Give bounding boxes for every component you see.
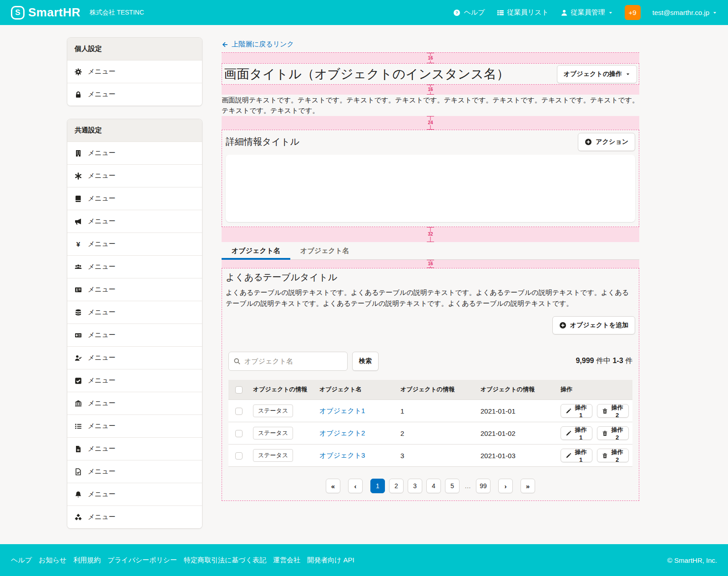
edit-button[interactable]: 操作1: [561, 404, 592, 418]
asterisk-icon: [75, 172, 82, 180]
account-email: test@smarthr.co.jp: [652, 9, 709, 16]
spacing-guide-1: 16: [222, 52, 639, 63]
page-button-4[interactable]: 4: [426, 479, 441, 493]
sidebar-item-file[interactable]: メニュー: [67, 437, 202, 460]
delete-button-label: 操作2: [611, 426, 624, 441]
caret-down-icon: [608, 10, 613, 15]
account-menu[interactable]: test@smarthr.co.jp: [652, 9, 717, 16]
sidebar-item-yen[interactable]: ¥メニュー: [67, 232, 202, 255]
date-cell: 2021-01-01: [477, 400, 557, 422]
search-button[interactable]: 検索: [352, 352, 379, 371]
measure-marker: 16: [427, 85, 434, 95]
select-all-checkbox[interactable]: [235, 386, 243, 394]
last-page-button[interactable]: »: [521, 479, 535, 493]
sidebar-item-list-ul[interactable]: メニュー: [67, 414, 202, 437]
search-input[interactable]: [228, 352, 348, 371]
sidebar-item-money-check[interactable]: メニュー: [67, 323, 202, 346]
sidebar-item-label: メニュー: [88, 308, 116, 317]
sidebar-item-building[interactable]: メニュー: [67, 141, 202, 164]
edit-button[interactable]: 操作1: [561, 449, 592, 462]
header-nav-label: 従業員管理: [571, 8, 605, 17]
column-header: オブジェクトの情報: [249, 380, 316, 400]
lock-icon: [75, 91, 82, 98]
tab-object-name-1[interactable]: オブジェクト名: [222, 242, 290, 259]
notification-badge[interactable]: +9: [625, 5, 641, 20]
add-object-button[interactable]: オブジェクトを追加: [552, 316, 635, 334]
row-checkbox[interactable]: [235, 430, 243, 437]
page-button-1[interactable]: 1: [370, 479, 385, 493]
detail-section: 詳細情報タイトル アクション: [222, 130, 639, 227]
status-badge: ステータス: [253, 449, 293, 462]
header-nav-label: 従業員リスト: [507, 8, 549, 17]
column-header: オブジェクトの情報: [477, 380, 557, 400]
measure-marker: 16: [427, 53, 434, 63]
object-link[interactable]: オブジェクト2: [319, 429, 365, 437]
sidebar-item-asterisk[interactable]: メニュー: [67, 164, 202, 187]
sidebar-item-database[interactable]: メニュー: [67, 301, 202, 323]
check-square-icon: [75, 377, 82, 384]
footer-link[interactable]: 利用規約: [73, 556, 101, 565]
sidebar-item-file-check[interactable]: メニュー: [67, 460, 202, 483]
footer-link[interactable]: ヘルプ: [11, 556, 32, 565]
sidebar-item-book[interactable]: メニュー: [67, 187, 202, 210]
sidebar-item-megaphone[interactable]: メニュー: [67, 210, 202, 232]
footer-link[interactable]: 特定商取引法に基づく表記: [184, 556, 266, 565]
smarthr-logo[interactable]: S SmartHR: [11, 5, 81, 20]
name-cell: オブジェクト3: [316, 445, 397, 467]
prev-page-button[interactable]: ‹: [348, 479, 363, 493]
header-nav-label: ヘルプ: [464, 8, 485, 17]
delete-button[interactable]: 操作2: [597, 426, 629, 440]
sidebar-item-lock[interactable]: メニュー: [67, 83, 202, 106]
page-button-2[interactable]: 2: [389, 479, 404, 493]
footer-link[interactable]: 開発者向け API: [307, 556, 354, 565]
first-page-button[interactable]: «: [326, 479, 340, 493]
user-icon: [561, 9, 568, 16]
object-link[interactable]: オブジェクト3: [319, 451, 365, 459]
next-page-button[interactable]: ›: [498, 479, 513, 493]
pencil-icon: [566, 453, 571, 459]
sidebar-item-bank[interactable]: メニュー: [67, 392, 202, 414]
row-checkbox[interactable]: [235, 452, 243, 460]
object-actions-button[interactable]: オブジェクトの操作: [557, 65, 637, 83]
sidebar-item-id-card[interactable]: メニュー: [67, 278, 202, 301]
action-button[interactable]: アクション: [578, 133, 635, 151]
page-description: 画面説明テキストです。テキストです。テキストです。テキストです。テキストです。テ…: [222, 95, 639, 116]
page-button-3[interactable]: 3: [408, 479, 422, 493]
page-button-5[interactable]: 5: [445, 479, 460, 493]
row-checkbox[interactable]: [235, 408, 243, 415]
header-nav-help[interactable]: ?ヘルプ: [453, 8, 485, 17]
pagination: «‹12345…99›»: [226, 479, 635, 493]
footer-link[interactable]: お知らせ: [39, 556, 66, 565]
header-nav-employee-list[interactable]: 従業員リスト: [497, 8, 549, 17]
object-table: オブジェクトの情報オブジェクト名オブジェクトの情報オブジェクトの情報操作 ステー…: [228, 380, 632, 467]
delete-button[interactable]: 操作2: [597, 449, 629, 462]
search-icon: [233, 358, 241, 365]
sidebar-item-gear[interactable]: メニュー: [67, 60, 202, 83]
object-link[interactable]: オブジェクト1: [319, 407, 365, 414]
row-actions: 操作1操作2: [561, 449, 629, 462]
sidebar-item-bell[interactable]: メニュー: [67, 483, 202, 505]
count-total: 9,999: [576, 357, 594, 364]
search-wrap: [228, 352, 348, 371]
delete-button[interactable]: 操作2: [597, 404, 629, 418]
measure-marker: 24: [427, 116, 434, 130]
list-ul-icon: [75, 423, 82, 430]
back-link[interactable]: 上階層に戻るリンク: [222, 40, 294, 49]
header-nav-employee-admin[interactable]: 従業員管理: [561, 8, 613, 17]
sidebar-item-label: メニュー: [88, 490, 116, 499]
row-check-cell: [228, 422, 249, 445]
page-button-99[interactable]: 99: [476, 479, 490, 493]
sidebar-item-check-square[interactable]: メニュー: [67, 369, 202, 392]
info-cell: 1: [397, 400, 477, 422]
plus-circle-icon: [559, 322, 566, 329]
footer-links: ヘルプお知らせ利用規約プライバシーポリシー特定商取引法に基づく表記運営会社開発者…: [11, 556, 354, 565]
sidebar-item-cubes[interactable]: メニュー: [67, 505, 202, 528]
footer-link[interactable]: 運営会社: [273, 556, 300, 565]
footer-link[interactable]: プライバシーポリシー: [107, 556, 177, 565]
sidebar-item-users[interactable]: メニュー: [67, 255, 202, 278]
tab-object-name-2[interactable]: オブジェクト名: [290, 242, 359, 259]
ops-cell: 操作1操作2: [557, 400, 632, 422]
sidebar-item-user-check[interactable]: メニュー: [67, 346, 202, 369]
edit-button[interactable]: 操作1: [561, 426, 592, 440]
back-arrow-icon: [222, 41, 228, 48]
